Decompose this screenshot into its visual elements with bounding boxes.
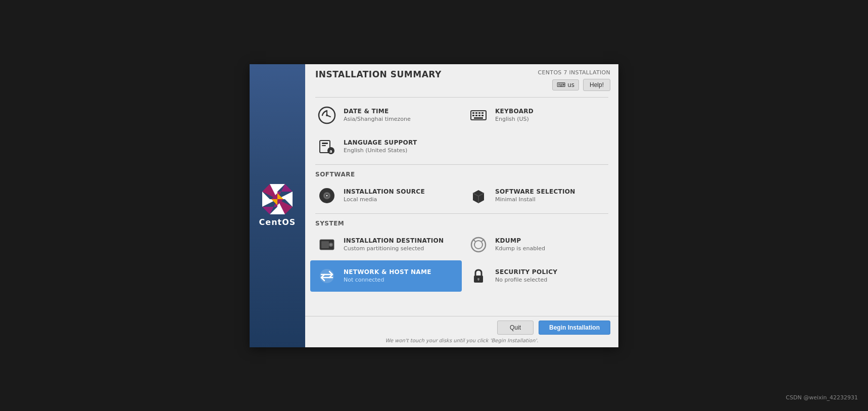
- security-policy-subtitle: No profile selected: [495, 277, 557, 283]
- svg-rect-33: [322, 145, 326, 146]
- installation-destination-item[interactable]: INSTALLATION DESTINATION Custom partitio…: [310, 229, 462, 260]
- keyboard-lang-indicator[interactable]: ⌨ us: [552, 79, 579, 90]
- svg-point-20: [326, 114, 328, 116]
- sidebar: CentOS: [250, 64, 305, 347]
- svg-rect-28: [478, 115, 480, 116]
- help-button[interactable]: Help!: [583, 79, 610, 91]
- installation-source-item[interactable]: INSTALLATION SOURCE Local media: [310, 180, 462, 211]
- network-icon: [316, 265, 337, 287]
- svg-point-50: [320, 269, 334, 283]
- svg-point-39: [326, 195, 328, 196]
- software-selection-subtitle: Minimal Install: [495, 196, 575, 203]
- svg-marker-14: [277, 193, 283, 199]
- keyboard-lang-value: us: [567, 81, 574, 88]
- footer: Quit Begin Installation We won't touch y…: [305, 316, 618, 347]
- software-grid: INSTALLATION SOURCE Local media S: [305, 180, 618, 211]
- svg-rect-23: [475, 112, 477, 114]
- svg-point-47: [474, 241, 483, 249]
- software-section-label: SOFTWARE: [305, 167, 618, 180]
- clock-icon: [316, 105, 337, 126]
- scrollable-area: DATE & TIME Asia/Shanghai timezone: [305, 100, 618, 316]
- disc-icon: [316, 185, 337, 206]
- svg-rect-24: [478, 112, 480, 114]
- language-support-subtitle: English (United States): [344, 147, 417, 154]
- svg-rect-29: [481, 115, 484, 116]
- network-hostname-title: NETWORK & HOST NAME: [344, 268, 431, 276]
- svg-rect-22: [472, 112, 474, 114]
- installation-source-subtitle: Local media: [344, 196, 425, 203]
- footer-note: We won't touch your disks until you clic…: [313, 338, 610, 343]
- lock-icon: [468, 265, 489, 287]
- svg-rect-27: [475, 115, 477, 116]
- svg-point-45: [330, 244, 332, 246]
- kdump-icon: [468, 234, 489, 255]
- hdd-icon: [316, 234, 337, 255]
- date-time-title: DATE & TIME: [344, 108, 411, 115]
- kdump-subtitle: Kdump is enabled: [495, 245, 545, 252]
- centos-logo-icon: [262, 184, 293, 214]
- svg-text:a: a: [329, 149, 332, 154]
- installation-destination-title: INSTALLATION DESTINATION: [344, 237, 444, 244]
- kdump-item[interactable]: KDUMP Kdump is enabled: [462, 229, 613, 260]
- language-support-item[interactable]: a LANGUAGE SUPPORT English (United State…: [310, 131, 462, 162]
- language-icon: a: [316, 136, 337, 157]
- security-policy-item[interactable]: SECURITY POLICY No profile selected: [462, 260, 613, 292]
- svg-rect-25: [481, 112, 484, 114]
- keyboard-small-icon: ⌨: [557, 81, 565, 88]
- keyboard-subtitle: English (US): [495, 116, 534, 122]
- svg-rect-30: [474, 117, 483, 119]
- keyboard-icon: [468, 105, 489, 126]
- keyboard-title: KEYBOARD: [495, 108, 534, 115]
- software-selection-item[interactable]: SOFTWARE SELECTION Minimal Install: [462, 180, 613, 211]
- localization-grid: DATE & TIME Asia/Shanghai timezone: [305, 100, 618, 162]
- footer-buttons: Quit Begin Installation: [313, 321, 610, 335]
- main-content: INSTALLATION SUMMARY CENTOS 7 INSTALLATI…: [305, 64, 618, 347]
- centos-logo: CentOS: [259, 184, 296, 227]
- system-grid: INSTALLATION DESTINATION Custom partitio…: [305, 229, 618, 292]
- network-hostname-item[interactable]: NETWORK & HOST NAME Not connected: [310, 260, 462, 292]
- svg-rect-43: [321, 241, 329, 248]
- installation-destination-subtitle: Custom partitioning selected: [344, 245, 444, 252]
- software-selection-title: SOFTWARE SELECTION: [495, 188, 575, 195]
- svg-marker-15: [271, 199, 277, 205]
- svg-rect-26: [472, 115, 474, 116]
- begin-installation-button[interactable]: Begin Installation: [539, 321, 610, 335]
- kdump-title: KDUMP: [495, 237, 545, 244]
- keyboard-item[interactable]: KEYBOARD English (US): [462, 100, 613, 131]
- quit-button[interactable]: Quit: [497, 321, 534, 335]
- security-policy-title: SECURITY POLICY: [495, 268, 557, 276]
- install-label: CENTOS 7 INSTALLATION: [538, 69, 610, 76]
- centos-logo-text: CentOS: [259, 217, 296, 227]
- svg-rect-32: [322, 143, 328, 144]
- date-time-subtitle: Asia/Shanghai timezone: [344, 116, 411, 122]
- installation-source-title: INSTALLATION SOURCE: [344, 188, 425, 195]
- page-title: INSTALLATION SUMMARY: [315, 69, 442, 79]
- package-icon: [468, 185, 489, 206]
- network-hostname-subtitle: Not connected: [344, 277, 431, 283]
- watermark: CSDN @weixin_42232931: [786, 394, 858, 401]
- system-section-label: SYSTEM: [305, 216, 618, 229]
- date-time-item[interactable]: DATE & TIME Asia/Shanghai timezone: [310, 100, 462, 131]
- language-support-title: LANGUAGE SUPPORT: [344, 139, 417, 146]
